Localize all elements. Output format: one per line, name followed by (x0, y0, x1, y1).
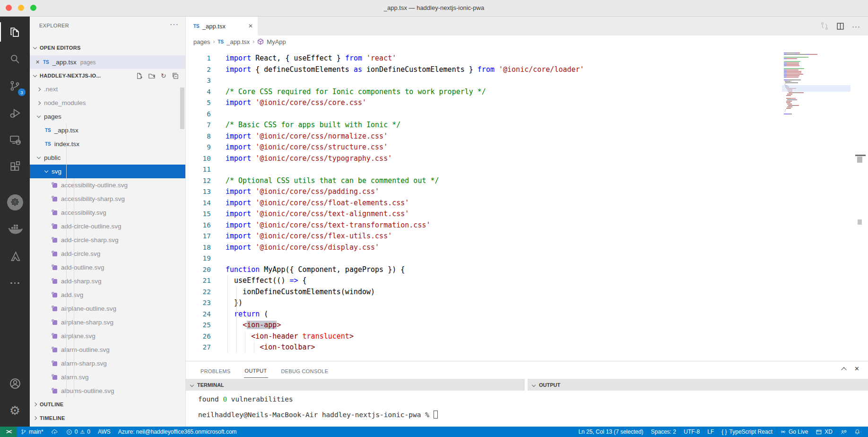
encoding-status-item[interactable]: UTF-8 (680, 427, 703, 437)
indentation-status-item[interactable]: Spaces: 2 (647, 427, 680, 437)
tree-item-albums-outline.svg[interactable]: albums-outline.svg (30, 384, 185, 398)
sidebar-scrollbar[interactable] (180, 87, 184, 129)
tree-item-add-outline.svg[interactable]: add-outline.svg (30, 261, 185, 274)
aws-status-item[interactable]: AWS (94, 427, 114, 437)
tree-item-alarm-sharp.svg[interactable]: alarm-sharp.svg (30, 357, 185, 370)
line-number[interactable]: 9 (186, 142, 211, 153)
kubernetes-activity-button[interactable]: ☸ (0, 189, 30, 216)
line-number[interactable]: 23 (186, 297, 211, 309)
line-number[interactable]: 12 (186, 175, 211, 187)
remote-indicator[interactable]: >< (0, 427, 17, 437)
tree-item-airplane-sharp.svg[interactable]: airplane-sharp.svg (30, 315, 185, 329)
tree-item-alarm-outline.svg[interactable]: alarm-outline.svg (30, 343, 185, 357)
azure-status-item[interactable]: Azure: neil@haddleyoffice365.onmicrosoft… (114, 427, 241, 437)
tree-item-pages[interactable]: pages (30, 110, 185, 123)
eol-status-item[interactable]: LF (703, 427, 718, 437)
minimap[interactable] (784, 52, 848, 115)
line-number[interactable]: 5 (186, 97, 211, 109)
tree-item-accessibility.svg[interactable]: accessibility.svg (30, 206, 185, 219)
new-folder-icon[interactable] (148, 72, 156, 79)
line-number[interactable]: 13 (186, 186, 211, 198)
open-editor-item[interactable]: ✕ TS _app.tsx pages (30, 55, 185, 69)
scrollbar-handle[interactable] (855, 155, 866, 156)
line-number[interactable]: 10 (186, 153, 211, 165)
tree-item-airplane-outline.svg[interactable]: airplane-outline.svg (30, 302, 185, 315)
docker-activity-button[interactable] (0, 216, 30, 243)
line-number[interactable]: 3 (186, 75, 211, 87)
explorer-more-actions-button[interactable]: ··· (170, 20, 179, 29)
tree-item-add-sharp.svg[interactable]: add-sharp.svg (30, 274, 185, 288)
feedback-status-item[interactable] (836, 427, 851, 437)
remote-explorer-activity-button[interactable] (0, 126, 30, 153)
line-number[interactable]: 8 (186, 131, 211, 142)
tree-item-.next[interactable]: .next (30, 82, 185, 96)
accounts-button[interactable] (0, 370, 30, 397)
new-file-icon[interactable] (136, 72, 143, 79)
line-number[interactable]: 16 (186, 220, 211, 231)
problems-status-item[interactable]: 0 ⚠ 0 (62, 427, 94, 437)
azure-activity-button[interactable] (0, 243, 30, 270)
line-number[interactable]: 26 (186, 331, 211, 342)
branch-status-item[interactable]: main* (17, 427, 47, 437)
more-actions-icon[interactable]: ··· (852, 22, 860, 30)
panel-tab-output[interactable]: OUTPUT (244, 362, 268, 378)
tree-item-add-circle-sharp.svg[interactable]: add-circle-sharp.svg (30, 233, 185, 247)
cursor-position-status-item[interactable]: Ln 25, Col 13 (7 selected) (574, 427, 647, 437)
language-status-item[interactable]: { } TypeScript React (718, 427, 776, 437)
line-number[interactable]: 18 (186, 242, 211, 253)
close-icon[interactable]: ✕ (35, 59, 43, 65)
line-number[interactable]: 15 (186, 209, 211, 220)
tree-item-index.tsx[interactable]: TSindex.tsx (30, 137, 185, 151)
panel-tab-debug-console[interactable]: DEBUG CONSOLE (280, 363, 330, 378)
tree-item-svg[interactable]: svg (30, 165, 185, 178)
tree-item-accessibility-sharp.svg[interactable]: accessibility-sharp.svg (30, 192, 185, 206)
extensions-activity-button[interactable] (0, 153, 30, 180)
code-editor[interactable]: 1import React, { useEffect } from 'react… (186, 48, 868, 361)
open-changes-icon[interactable] (820, 22, 829, 30)
tree-item-node_modules[interactable]: node_modules (30, 96, 185, 110)
xd-status-item[interactable]: XD (812, 427, 836, 437)
line-number[interactable]: 19 (186, 253, 211, 264)
breadcrumb-pages[interactable]: pages (193, 38, 210, 45)
source-control-activity-button[interactable]: 3 (0, 72, 30, 99)
line-number[interactable]: 20 (186, 264, 211, 276)
line-number[interactable]: 25 (186, 320, 211, 331)
panel-tab-problems[interactable]: PROBLEMS (200, 363, 232, 378)
line-number[interactable]: 14 (186, 198, 211, 209)
tree-item-add-circle-outline.svg[interactable]: add-circle-outline.svg (30, 219, 185, 233)
more-activity-button[interactable] (0, 270, 30, 297)
collapse-all-icon[interactable] (172, 72, 179, 79)
tree-item-accessibility-outline.svg[interactable]: accessibility-outline.svg (30, 178, 185, 192)
search-activity-button[interactable] (0, 45, 30, 72)
terminal-output[interactable]: found 0 vulnerabilitiesneilhaddley@Neils… (186, 391, 525, 419)
line-number[interactable]: 24 (186, 309, 211, 320)
line-number[interactable]: 7 (186, 120, 211, 131)
line-number[interactable]: 1 (186, 53, 211, 64)
tree-item-public[interactable]: public (30, 151, 185, 165)
settings-button[interactable]: ⚙ (0, 397, 30, 424)
refresh-icon[interactable]: ↻ (161, 72, 166, 79)
outline-section-header[interactable]: OUTLINE (30, 398, 185, 411)
minimap-viewport[interactable] (782, 85, 851, 92)
tree-item-alarm.svg[interactable]: alarm.svg (30, 370, 185, 384)
line-number[interactable]: 22 (186, 287, 211, 298)
close-icon[interactable]: ✕ (248, 23, 253, 29)
line-number[interactable]: 17 (186, 231, 211, 242)
go-live-status-item[interactable]: Go Live (776, 427, 812, 437)
tree-item-add.svg[interactable]: add.svg (30, 288, 185, 302)
tree-item-_app.tsx[interactable]: TS_app.tsx (30, 123, 185, 137)
publish-status-item[interactable] (47, 427, 62, 437)
line-number[interactable]: 4 (186, 87, 211, 98)
breadcrumb-symbol[interactable]: MyApp (267, 38, 286, 45)
tree-item-airplane.svg[interactable]: airplane.svg (30, 329, 185, 343)
line-number[interactable]: 27 (186, 342, 211, 353)
split-editor-icon[interactable] (836, 22, 844, 30)
tab-app-tsx[interactable]: TS _app.tsx ✕ (186, 17, 258, 35)
explorer-activity-button[interactable] (0, 18, 30, 45)
tree-item-add-circle.svg[interactable]: add-circle.svg (30, 247, 185, 261)
timeline-section-header[interactable]: TIMELINE (30, 411, 185, 425)
open-editors-header[interactable]: OPEN EDITORS (30, 41, 185, 54)
line-number[interactable]: 2 (186, 64, 211, 76)
line-number[interactable]: 11 (186, 164, 211, 175)
breadcrumb-file[interactable]: _app.tsx (226, 38, 250, 45)
